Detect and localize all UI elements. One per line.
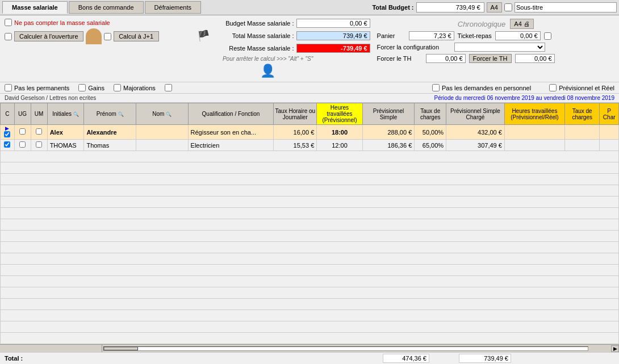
pas-demandes-label: Pas les demandes en personnel xyxy=(442,85,531,91)
gains-row: Gains xyxy=(78,84,104,91)
scrollbar-thumb[interactable] xyxy=(104,347,138,350)
col-taux-charges-2: Taux de charges xyxy=(564,103,599,125)
previsionnel-reel-label: Prévisionnel et Réel xyxy=(559,85,614,91)
table-row[interactable]: ▶ Alex Alexandre Régisseur son en cha...… xyxy=(1,125,619,140)
cell-th-2: 15,53 € xyxy=(274,140,317,151)
total-masse-value[interactable] xyxy=(296,31,370,40)
forcer-th-value[interactable] xyxy=(426,54,466,63)
row-ug-cb[interactable] xyxy=(19,128,26,135)
cell-psc-2: 307,49 € xyxy=(446,140,505,151)
panier-value[interactable] xyxy=(409,31,454,40)
table-row-empty xyxy=(1,276,619,287)
tab-bar: Masse salariale Bons de commande Défraie… xyxy=(0,0,619,15)
pas-demandes-checkbox[interactable] xyxy=(432,84,440,91)
person-icon-2: 👤 xyxy=(166,64,370,78)
majorations-row: Majorations xyxy=(114,84,156,91)
ne-pas-compter-checkbox[interactable] xyxy=(5,19,12,26)
cell-htpr xyxy=(504,125,564,140)
table-row-empty xyxy=(1,208,619,219)
cell-ht: 18:00 xyxy=(317,125,362,140)
cell-nom xyxy=(136,125,188,140)
cell-th: 16,00 € xyxy=(274,125,317,140)
col-c: C xyxy=(1,103,15,125)
budget-masse-value[interactable] xyxy=(296,19,370,28)
total-budget-area: Total Budget : 739,49 € A4 xyxy=(372,2,617,12)
nom-search-icon[interactable]: 🔍 xyxy=(166,112,172,117)
col-p-char: P Char xyxy=(600,103,619,125)
forcer-th-button[interactable]: Forcer le TH xyxy=(469,54,512,63)
col-previsionnel-simple: Prévisionnel Simple xyxy=(362,103,415,125)
calcul-j1-button[interactable]: Calcul à J+1 xyxy=(114,31,159,41)
reste-masse-value[interactable] xyxy=(296,44,370,53)
extra-checkbox[interactable] xyxy=(165,84,172,91)
calculer-ouverture-button[interactable]: Calculer à l'ouverture xyxy=(14,31,83,41)
table-row-empty xyxy=(1,310,619,321)
pas-permanents-checkbox[interactable] xyxy=(5,84,12,91)
cell-c xyxy=(1,140,15,151)
scroll-right-btn[interactable]: ▶ xyxy=(611,345,619,352)
calculer-ouverture-checkbox[interactable] xyxy=(5,33,12,40)
table-row[interactable]: THOMAS Thomas Electricien 15,53 € 12:00 … xyxy=(1,140,619,151)
col-heures-trav-pr: Heures travaillées (Prévisionnel/Réel) xyxy=(504,103,564,125)
scrollbar-track[interactable] xyxy=(103,346,588,351)
col-um: UM xyxy=(31,103,47,125)
row-checkbox-2[interactable] xyxy=(4,141,10,148)
table-row-empty xyxy=(1,162,619,174)
col-previsionnel-simple-charge: Prévisionnel Simple Chargé xyxy=(446,103,505,125)
initiales-search-icon[interactable]: 🔍 xyxy=(73,112,79,117)
a4-button-chrono[interactable]: A4 🖨 xyxy=(510,19,534,29)
cell-pc xyxy=(600,125,619,140)
row-ug-cb-2[interactable] xyxy=(19,141,26,148)
forcer-config-dropdown[interactable] xyxy=(454,43,545,52)
stop-calc-text: Pour arrêter le calcul >>> "Alt" + "S" xyxy=(166,56,370,62)
calcul-j1-checkbox[interactable] xyxy=(104,33,111,40)
col-ug: UG xyxy=(14,103,31,125)
cell-tc: 50,00% xyxy=(415,125,446,140)
table-row-empty xyxy=(1,219,619,231)
ticket-repas-value[interactable] xyxy=(495,31,541,40)
gains-checkbox[interactable] xyxy=(78,84,86,91)
row-um-cb[interactable] xyxy=(36,128,42,135)
forcer-config-label: Forcer la configuration xyxy=(377,44,451,51)
col-taux-charges: Taux de charges xyxy=(415,103,446,125)
cell-ps: 288,00 € xyxy=(362,125,415,140)
total-budget-value: 739,49 € xyxy=(416,2,484,12)
tab-masse-salariale[interactable]: Masse salariale xyxy=(2,1,68,14)
tab-bons-commande[interactable]: Bons de commande xyxy=(69,1,144,14)
sous-titre-input[interactable] xyxy=(515,2,617,12)
table-row-empty xyxy=(1,253,619,265)
cell-qual: Régisseur son en cha... xyxy=(188,125,274,140)
cell-ps-2: 186,36 € xyxy=(362,140,415,151)
sous-titre-checkbox[interactable] xyxy=(504,3,512,11)
cell-ug xyxy=(14,125,31,140)
col-prenom: Prénom 🔍 xyxy=(84,103,136,125)
main-table: C UG UM Initiales 🔍 Prénom 🔍 Nom 🔍 Quali… xyxy=(0,103,619,344)
reste-masse-label: Reste Masse salariale : xyxy=(198,45,294,52)
prenom-search-icon[interactable]: 🔍 xyxy=(118,112,124,117)
cell-initiales-2: THOMAS xyxy=(47,140,84,151)
table-row-empty xyxy=(1,265,619,276)
footer-ps-total: 474,36 € xyxy=(383,354,429,363)
cell-psc: 432,00 € xyxy=(446,125,505,140)
previsionnel-reel-checkbox[interactable] xyxy=(549,84,557,91)
row-um-cb-2[interactable] xyxy=(36,141,42,148)
cell-c: ▶ xyxy=(1,125,15,140)
ne-pas-compter-label: Ne pas compter la masse salariale xyxy=(14,19,110,26)
status-left: David Geselson / Lettres non ecrites xyxy=(5,95,96,101)
ticket-repas-checkbox[interactable] xyxy=(544,32,551,40)
footer-psc-total: 739,49 € xyxy=(459,354,511,363)
a4-button-header[interactable]: A4 xyxy=(487,2,502,12)
table-row-empty xyxy=(1,174,619,185)
table-row-empty xyxy=(1,151,619,162)
cell-prenom: Alexandre xyxy=(84,125,136,140)
status-right: Période du mercredi 06 novembre 2019 au … xyxy=(434,95,614,101)
cell-tc-2: 65,00% xyxy=(415,140,446,151)
pas-demandes-row: Pas les demandes en personnel xyxy=(432,84,531,91)
tab-defraiements[interactable]: Défraiements xyxy=(145,1,201,14)
forcer-tj-value[interactable] xyxy=(515,54,555,63)
majorations-checkbox[interactable] xyxy=(114,84,121,91)
row-checkbox[interactable] xyxy=(4,131,10,137)
previsionnel-reel-row: Prévisionnel et Réel xyxy=(549,84,614,91)
horizontal-scrollbar[interactable]: ▶ xyxy=(0,344,619,352)
table-row-empty xyxy=(1,185,619,196)
